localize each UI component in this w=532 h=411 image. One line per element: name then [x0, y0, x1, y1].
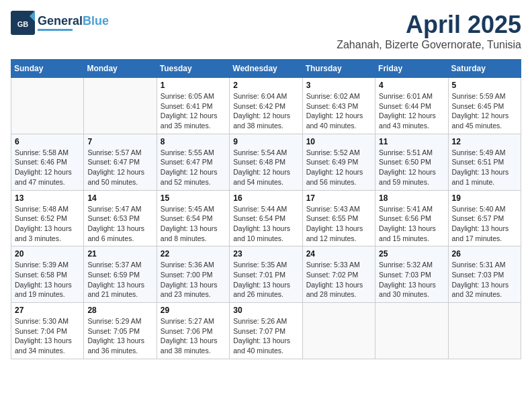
day-number: 8 — [161, 137, 226, 146]
day-info: Sunrise: 5:52 AMSunset: 6:49 PMDaylight:… — [306, 148, 371, 187]
day-number: 19 — [452, 193, 517, 203]
day-number: 17 — [306, 193, 371, 203]
day-info: Sunrise: 5:29 AMSunset: 7:05 PMDaylight:… — [87, 316, 152, 356]
calendar-cell: 27Sunrise: 5:30 AMSunset: 7:04 PMDayligh… — [11, 303, 84, 359]
day-number: 24 — [306, 249, 371, 259]
calendar-week-1: 1Sunrise: 6:05 AMSunset: 6:41 PMDaylight… — [11, 78, 521, 134]
day-number: 27 — [15, 306, 80, 315]
day-info: Sunrise: 6:01 AMSunset: 6:44 PMDaylight:… — [379, 91, 444, 131]
calendar-week-5: 27Sunrise: 5:30 AMSunset: 7:04 PMDayligh… — [11, 303, 521, 359]
day-info: Sunrise: 5:44 AMSunset: 6:54 PMDaylight:… — [233, 204, 298, 244]
calendar-cell: 7Sunrise: 5:57 AMSunset: 6:47 PMDaylight… — [84, 134, 157, 190]
logo-icon: GB — [11, 11, 35, 35]
day-info: Sunrise: 5:43 AMSunset: 6:55 PMDaylight:… — [306, 204, 371, 244]
day-info: Sunrise: 5:57 AMSunset: 6:47 PMDaylight:… — [87, 148, 152, 187]
day-number: 12 — [452, 137, 517, 146]
day-info: Sunrise: 5:30 AMSunset: 7:04 PMDaylight:… — [15, 316, 80, 356]
calendar-cell: 18Sunrise: 5:41 AMSunset: 6:56 PMDayligh… — [375, 190, 448, 246]
day-number: 25 — [379, 249, 444, 259]
calendar-cell: 19Sunrise: 5:40 AMSunset: 6:57 PMDayligh… — [448, 190, 521, 246]
calendar-cell: 6Sunrise: 5:58 AMSunset: 6:46 PMDaylight… — [11, 134, 84, 190]
calendar-cell: 12Sunrise: 5:49 AMSunset: 6:51 PMDayligh… — [448, 134, 521, 190]
month-title: April 2025 — [337, 11, 521, 39]
day-info: Sunrise: 5:35 AMSunset: 7:01 PMDaylight:… — [233, 260, 298, 300]
calendar-cell: 26Sunrise: 5:31 AMSunset: 7:03 PMDayligh… — [448, 246, 521, 303]
calendar-cell: 20Sunrise: 5:39 AMSunset: 6:58 PMDayligh… — [11, 246, 84, 303]
page-header: GB GeneralBlue April 2025 Zahanah, Bizer… — [11, 11, 521, 51]
calendar-cell: 29Sunrise: 5:27 AMSunset: 7:06 PMDayligh… — [157, 303, 229, 359]
calendar-cell: 9Sunrise: 5:54 AMSunset: 6:48 PMDaylight… — [230, 134, 302, 190]
calendar-week-4: 20Sunrise: 5:39 AMSunset: 6:58 PMDayligh… — [11, 246, 521, 303]
calendar-cell: 22Sunrise: 5:36 AMSunset: 7:00 PMDayligh… — [157, 246, 229, 303]
weekday-header-friday: Friday — [375, 60, 448, 78]
day-number: 10 — [306, 137, 371, 146]
day-number: 5 — [452, 81, 517, 90]
day-info: Sunrise: 5:27 AMSunset: 7:06 PMDaylight:… — [161, 316, 226, 356]
calendar-cell: 3Sunrise: 6:02 AMSunset: 6:43 PMDaylight… — [302, 78, 375, 134]
calendar-cell: 15Sunrise: 5:45 AMSunset: 6:54 PMDayligh… — [157, 190, 229, 246]
calendar-cell: 23Sunrise: 5:35 AMSunset: 7:01 PMDayligh… — [230, 246, 302, 303]
calendar-cell: 21Sunrise: 5:37 AMSunset: 6:59 PMDayligh… — [84, 246, 157, 303]
day-number: 3 — [306, 81, 371, 90]
weekday-header-sunday: Sunday — [11, 60, 84, 78]
weekday-header-saturday: Saturday — [448, 60, 521, 78]
svg-text:GB: GB — [17, 20, 29, 28]
calendar-cell: 16Sunrise: 5:44 AMSunset: 6:54 PMDayligh… — [230, 190, 302, 246]
weekday-header-thursday: Thursday — [302, 60, 375, 78]
day-number: 26 — [452, 249, 517, 259]
day-number: 22 — [161, 249, 226, 259]
calendar-cell — [375, 303, 448, 359]
day-info: Sunrise: 5:58 AMSunset: 6:46 PMDaylight:… — [15, 148, 80, 187]
day-number: 29 — [161, 306, 226, 315]
day-number: 30 — [233, 306, 298, 315]
day-info: Sunrise: 5:49 AMSunset: 6:51 PMDaylight:… — [452, 148, 517, 187]
calendar-cell: 2Sunrise: 6:04 AMSunset: 6:42 PMDaylight… — [230, 78, 302, 134]
calendar-cell: 1Sunrise: 6:05 AMSunset: 6:41 PMDaylight… — [157, 78, 229, 134]
day-number: 9 — [233, 137, 298, 146]
calendar-cell: 30Sunrise: 5:26 AMSunset: 7:07 PMDayligh… — [230, 303, 302, 359]
day-number: 23 — [233, 249, 298, 259]
day-number: 21 — [87, 249, 152, 259]
calendar-cell — [448, 303, 521, 359]
weekday-header-monday: Monday — [84, 60, 157, 78]
day-number: 15 — [161, 193, 226, 203]
calendar-cell: 10Sunrise: 5:52 AMSunset: 6:49 PMDayligh… — [302, 134, 375, 190]
day-info: Sunrise: 6:02 AMSunset: 6:43 PMDaylight:… — [306, 91, 371, 131]
calendar-week-3: 13Sunrise: 5:48 AMSunset: 6:52 PMDayligh… — [11, 190, 521, 246]
day-info: Sunrise: 5:36 AMSunset: 7:00 PMDaylight:… — [161, 260, 226, 300]
day-info: Sunrise: 5:32 AMSunset: 7:03 PMDaylight:… — [379, 260, 444, 300]
day-number: 1 — [161, 81, 226, 90]
day-number: 4 — [379, 81, 444, 90]
calendar-cell — [11, 78, 84, 134]
day-info: Sunrise: 5:39 AMSunset: 6:58 PMDaylight:… — [15, 260, 80, 300]
day-number: 11 — [379, 137, 444, 146]
logo: GB GeneralBlue — [11, 11, 109, 35]
calendar-cell: 5Sunrise: 5:59 AMSunset: 6:45 PMDaylight… — [448, 78, 521, 134]
day-info: Sunrise: 5:40 AMSunset: 6:57 PMDaylight:… — [452, 204, 517, 244]
day-number: 7 — [87, 137, 152, 146]
logo-underline — [38, 29, 73, 31]
calendar-table: SundayMondayTuesdayWednesdayThursdayFrid… — [11, 59, 521, 359]
day-info: Sunrise: 5:33 AMSunset: 7:02 PMDaylight:… — [306, 260, 371, 300]
calendar-cell: 25Sunrise: 5:32 AMSunset: 7:03 PMDayligh… — [375, 246, 448, 303]
day-number: 14 — [87, 193, 152, 203]
calendar-cell: 24Sunrise: 5:33 AMSunset: 7:02 PMDayligh… — [302, 246, 375, 303]
weekday-header-tuesday: Tuesday — [157, 60, 229, 78]
day-number: 2 — [233, 81, 298, 90]
day-info: Sunrise: 5:37 AMSunset: 6:59 PMDaylight:… — [87, 260, 152, 300]
location-title: Zahanah, Bizerte Governorate, Tunisia — [337, 39, 521, 51]
calendar-cell — [302, 303, 375, 359]
calendar-cell — [84, 78, 157, 134]
calendar-week-2: 6Sunrise: 5:58 AMSunset: 6:46 PMDaylight… — [11, 134, 521, 190]
day-number: 6 — [15, 137, 80, 146]
calendar-cell: 8Sunrise: 5:55 AMSunset: 6:47 PMDaylight… — [157, 134, 229, 190]
weekday-header-wednesday: Wednesday — [230, 60, 302, 78]
day-info: Sunrise: 5:41 AMSunset: 6:56 PMDaylight:… — [379, 204, 444, 244]
day-info: Sunrise: 5:59 AMSunset: 6:45 PMDaylight:… — [452, 91, 517, 131]
calendar-cell: 14Sunrise: 5:47 AMSunset: 6:53 PMDayligh… — [84, 190, 157, 246]
day-info: Sunrise: 5:51 AMSunset: 6:50 PMDaylight:… — [379, 148, 444, 187]
day-info: Sunrise: 5:54 AMSunset: 6:48 PMDaylight:… — [233, 148, 298, 187]
calendar-cell: 28Sunrise: 5:29 AMSunset: 7:05 PMDayligh… — [84, 303, 157, 359]
day-info: Sunrise: 5:48 AMSunset: 6:52 PMDaylight:… — [15, 204, 80, 244]
title-block: April 2025 Zahanah, Bizerte Governorate,… — [337, 11, 521, 51]
